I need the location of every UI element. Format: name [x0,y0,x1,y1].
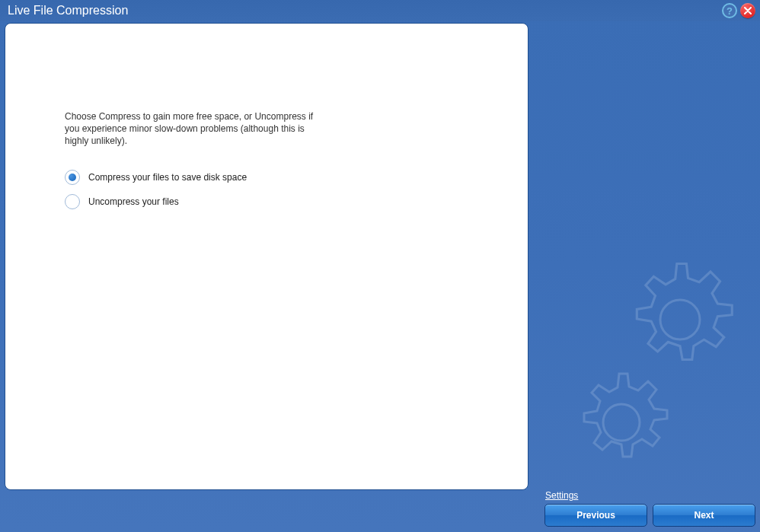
radio-compress-label: Compress your files to save disk space [88,172,247,183]
radio-compress[interactable]: Compress your files to save disk space [65,170,247,185]
compression-options: Compress your files to save disk space U… [65,170,247,218]
close-icon[interactable] [740,3,755,18]
radio-uncompress[interactable]: Uncompress your files [65,194,247,209]
radio-indicator [65,170,80,185]
settings-link[interactable]: Settings [545,490,578,501]
radio-uncompress-label: Uncompress your files [88,196,179,207]
wizard-window: Live File Compression ? Choose Compress … [0,0,760,532]
svg-point-1 [603,404,640,441]
content-panel: Choose Compress to gain more free space,… [5,23,528,490]
radio-indicator [65,194,80,209]
previous-button[interactable]: Previous [544,504,647,527]
titlebar: Live File Compression ? [0,0,760,21]
window-title: Live File Compression [8,4,128,18]
help-icon[interactable]: ? [722,3,737,18]
decorative-gears-icon [539,251,760,495]
nav-buttons: Previous Next [544,504,755,527]
titlebar-controls: ? [722,3,755,18]
next-button[interactable]: Next [653,504,755,527]
instruction-text: Choose Compress to gain more free space,… [65,110,316,148]
svg-point-0 [660,300,700,339]
